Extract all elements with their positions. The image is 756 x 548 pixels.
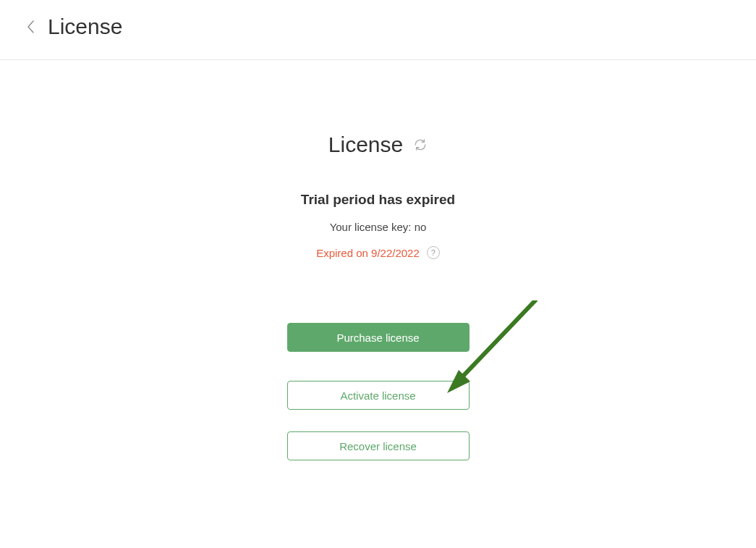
activate-license-button[interactable]: Activate license: [287, 381, 470, 410]
license-key-info: Your license key: no: [330, 221, 427, 233]
expired-text: Expired on 9/22/2022: [316, 247, 420, 259]
recover-license-button[interactable]: Recover license: [287, 431, 470, 460]
page-title-row: License: [328, 132, 428, 157]
status-heading: Trial period has expired: [301, 192, 455, 208]
help-glyph: ?: [431, 248, 436, 257]
content-area: License Trial period has expired Your li…: [0, 60, 756, 460]
buttons-column: Purchase license Activate license Recove…: [287, 323, 470, 460]
header-title: License: [48, 14, 122, 39]
purchase-license-button[interactable]: Purchase license: [287, 323, 470, 352]
back-icon[interactable]: [26, 20, 35, 34]
refresh-icon[interactable]: [413, 138, 428, 152]
page-title: License: [328, 132, 403, 157]
header-bar: License: [0, 0, 756, 60]
expired-row: Expired on 9/22/2022 ?: [316, 246, 440, 259]
help-icon[interactable]: ?: [427, 246, 440, 259]
